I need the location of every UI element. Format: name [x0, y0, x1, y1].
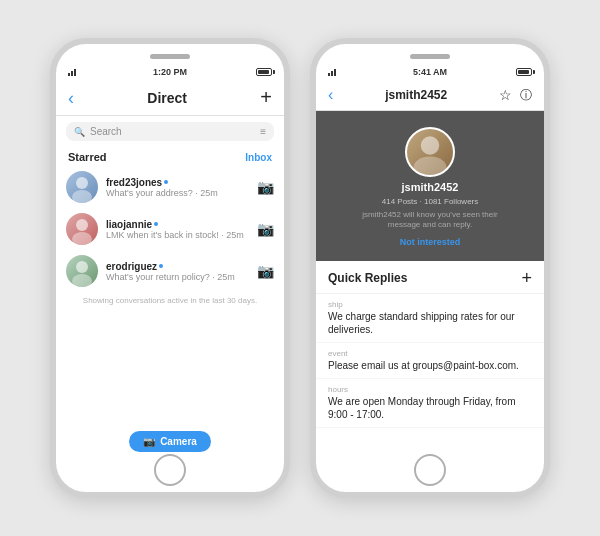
starred-section-header: Starred Inbox [56, 147, 284, 166]
svg-point-5 [72, 274, 92, 287]
camera-btn-icon: 📷 [143, 436, 155, 447]
search-bar[interactable]: 🔍 Search ≡ [66, 122, 274, 141]
svg-point-0 [76, 177, 88, 189]
phone-1: 1:20 PM ‹ Direct + 🔍 Search ≡ Starred In… [50, 38, 290, 498]
list-item[interactable]: liaojannie LMK when it's back in stock! … [56, 208, 284, 250]
signal-icon-2 [328, 68, 336, 76]
unread-dot [164, 180, 168, 184]
quick-reply-item[interactable]: hours We are open Monday through Friday,… [316, 379, 544, 428]
profile-avatar [405, 127, 455, 177]
avatar [66, 171, 98, 203]
profile-description: jsmith2452 will know you've seen their m… [350, 210, 510, 231]
time-display: 1:20 PM [153, 67, 187, 77]
conversation-text: liaojannie LMK when it's back in stock! … [106, 219, 249, 240]
screen-2: ‹ jsmith2452 ☆ ⓘ jsmith2452 414 Posts · … [316, 82, 544, 492]
page-title: Direct [147, 90, 187, 106]
signal-area [68, 68, 76, 76]
quick-reply-keyword: event [328, 349, 532, 358]
battery-icon-2 [516, 68, 532, 76]
conversation-list: fred23jones What's your address? · 25m 📷… [56, 166, 284, 292]
conversation-name: fred23jones [106, 177, 249, 188]
svg-point-7 [413, 157, 446, 175]
conversation-text: erodriguez What's your return policy? · … [106, 261, 249, 282]
signal-area-2 [328, 68, 336, 76]
svg-point-6 [421, 136, 439, 154]
inbox-link[interactable]: Inbox [245, 152, 272, 163]
conversation-preview: What's your address? · 25m [106, 188, 249, 198]
quick-reply-keyword: ship [328, 300, 532, 309]
back-button-2[interactable]: ‹ [328, 86, 333, 104]
back-button[interactable]: ‹ [68, 89, 74, 107]
camera-button[interactable]: 📷 Camera [129, 431, 211, 452]
quick-reply-keyword: hours [328, 385, 532, 394]
profile-display-name: jsmith2452 [402, 181, 459, 193]
info-icon[interactable]: ⓘ [520, 87, 532, 104]
camera-btn-label: Camera [160, 436, 197, 447]
signal-icon [68, 68, 76, 76]
list-item[interactable]: fred23jones What's your address? · 25m 📷 [56, 166, 284, 208]
conversation-name: liaojannie [106, 219, 249, 230]
battery-area-2 [516, 68, 532, 76]
search-icon: 🔍 [74, 127, 85, 137]
battery-area [256, 68, 272, 76]
quick-reply-message: We charge standard shipping rates for ou… [328, 310, 532, 336]
camera-icon[interactable]: 📷 [257, 221, 274, 237]
conversation-preview: What's your return policy? · 25m [106, 272, 249, 282]
starred-label: Starred [68, 151, 107, 163]
quick-reply-message: We are open Monday through Friday, from … [328, 395, 532, 421]
quick-replies-header: Quick Replies + [316, 261, 544, 294]
list-item[interactable]: erodriguez What's your return policy? · … [56, 250, 284, 292]
battery-icon [256, 68, 272, 76]
svg-point-2 [76, 219, 88, 231]
screen-1: ‹ Direct + 🔍 Search ≡ Starred Inbox fred… [56, 82, 284, 492]
time-display-2: 5:41 AM [413, 67, 447, 77]
quick-reply-item[interactable]: event Please email us at groups@paint-bo… [316, 343, 544, 379]
profile-header: ‹ jsmith2452 ☆ ⓘ [316, 82, 544, 111]
header-actions: ☆ ⓘ [499, 87, 532, 104]
conversation-preview: LMK when it's back in stock! · 25m [106, 230, 249, 240]
add-button[interactable]: + [260, 86, 272, 109]
quick-reply-message: Please email us at groups@paint-box.com. [328, 359, 532, 372]
avatar [66, 255, 98, 287]
not-interested-button[interactable]: Not interested [400, 237, 461, 247]
quick-reply-item[interactable]: ship We charge standard shipping rates f… [316, 294, 544, 343]
add-quick-reply-button[interactable]: + [521, 269, 532, 287]
profile-stats: 414 Posts · 1081 Followers [382, 197, 479, 206]
svg-point-3 [72, 232, 92, 245]
direct-header: ‹ Direct + [56, 82, 284, 116]
avatar [66, 213, 98, 245]
unread-dot [154, 222, 158, 226]
filter-icon[interactable]: ≡ [260, 126, 266, 137]
search-input[interactable]: Search [90, 126, 122, 137]
status-bar-2: 5:41 AM [316, 62, 544, 82]
quick-replies-title: Quick Replies [328, 271, 407, 285]
unread-dot [159, 264, 163, 268]
showing-text: Showing conversations active in the last… [56, 292, 284, 309]
status-bar-1: 1:20 PM [56, 62, 284, 82]
conversation-text: fred23jones What's your address? · 25m [106, 177, 249, 198]
phone-2: 5:41 AM ‹ jsmith2452 ☆ ⓘ jsmith2452 414 … [310, 38, 550, 498]
camera-icon[interactable]: 📷 [257, 263, 274, 279]
profile-username-header: jsmith2452 [385, 88, 447, 102]
quick-replies-section: Quick Replies + ship We charge standard … [316, 261, 544, 456]
profile-section: jsmith2452 414 Posts · 1081 Followers js… [316, 111, 544, 261]
camera-icon[interactable]: 📷 [257, 179, 274, 195]
conversation-name: erodriguez [106, 261, 249, 272]
star-icon[interactable]: ☆ [499, 87, 512, 103]
svg-point-4 [76, 261, 88, 273]
svg-point-1 [72, 190, 92, 203]
